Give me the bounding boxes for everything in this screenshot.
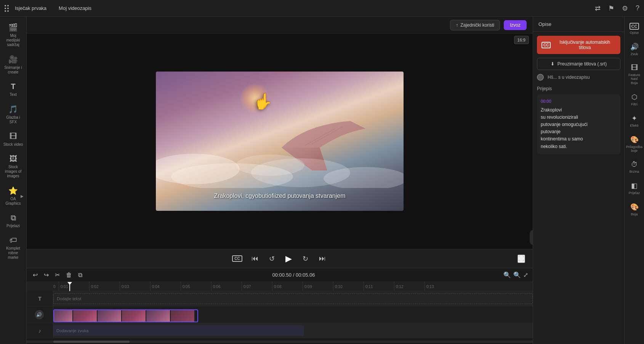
question-icon[interactable]: ? — [636, 4, 639, 12]
far-right-item-feature[interactable]: 🎞 Feature Nasl Boja — [626, 61, 643, 88]
share-network-icon[interactable]: ⇄ — [595, 4, 601, 13]
feature-far-right-icon: 🎞 — [631, 64, 638, 72]
ruler-mark: 0:09 — [303, 282, 333, 291]
add-text-hint: Dodajte tekst — [53, 293, 533, 304]
app-grid-icon[interactable] — [5, 5, 9, 12]
timeline-scrollbar[interactable] — [27, 341, 533, 343]
undo-button[interactable]: ↩ — [31, 270, 39, 280]
center-area: ↑ Zajednički koristi Izvoz 16:9 — [27, 17, 533, 344]
transcript-text: Zrakoplovi su revolucionizirali putovanj… — [541, 107, 617, 150]
playhead — [69, 282, 70, 291]
zoom-out-button[interactable]: 🔍 — [503, 271, 511, 279]
timeline-area: ↩ ↪ ✂ 🗑 ⧉ 00:00.50 / 00:05.06 🔍 🔍 ⤢ — [27, 268, 533, 344]
ruler-mark: 0:13 — [425, 282, 455, 291]
sidebar-item-brand-kit[interactable]: 🏷 Komplet robne marke — [2, 233, 25, 263]
far-right-label-prilagodba: Prilagodba boje — [626, 145, 642, 153]
sidebar-item-music[interactable]: 🎵 Glazba i SFX — [2, 102, 25, 127]
far-right-item-efekti[interactable]: ✦ Efekti — [626, 111, 643, 131]
ruler-mark: 0:02 — [89, 282, 120, 291]
far-right-item-zvuk[interactable]: 🔊 Zvuk — [626, 40, 643, 59]
fullscreen-button[interactable]: ⛶ — [517, 255, 525, 263]
far-right-item-filtri[interactable]: ⬡ Filtri — [626, 90, 643, 110]
embed-toggle[interactable] — [537, 74, 544, 81]
panel-collapse-arrow[interactable]: › — [530, 230, 533, 245]
download-srt-button[interactable]: ⬇ Preuzimanje titlova (.srt) — [537, 58, 620, 70]
far-right-item-boja[interactable]: 🎨 Boja — [626, 200, 643, 220]
far-right-item-brzina[interactable]: ⏱ Brzina — [626, 158, 643, 177]
cut-button[interactable]: ✂ — [53, 270, 61, 280]
graphics-arrow-icon: ▶ — [21, 194, 24, 198]
skip-back-start-button[interactable]: ⏮ — [250, 253, 260, 264]
ruler-mark: 0:10 — [333, 282, 364, 291]
filter-far-right-icon: ⬡ — [631, 93, 638, 101]
audio-track-label: ♪ — [27, 323, 53, 338]
sidebar-item-stock-video[interactable]: 🎞 Stock video — [2, 129, 25, 150]
zoom-in-button[interactable]: 🔍 — [513, 271, 521, 279]
skip-forward-end-button[interactable]: ⏭ — [317, 253, 327, 264]
sidebar-item-text[interactable]: T Text — [2, 79, 25, 100]
sidebar-item-stock-images[interactable]: 🖼 Stock images of images — [2, 151, 25, 182]
audio-track-content[interactable]: Dodavanje zvuka — [53, 323, 533, 338]
sidebar-label-media: Moj medijski sadržaj — [3, 33, 24, 47]
ruler-mark: 0:06 — [211, 282, 242, 291]
text-track-content[interactable]: Dodajte tekst — [53, 291, 533, 306]
sidebar-label-stock-video: Stock video — [3, 142, 23, 147]
record-icon: 🎥 — [8, 55, 18, 64]
transcript-section-title: Prijepis — [537, 86, 620, 91]
graphics-icon: ⭐ — [8, 186, 18, 195]
redo-button[interactable]: ↪ — [42, 270, 50, 280]
video-background — [156, 72, 404, 211]
sound-far-right-icon: 🔊 — [630, 43, 639, 51]
sidebar-label-brand-kit: Komplet robne marke — [3, 246, 24, 260]
embed-toggle-row: Hš... s u videozapisu — [537, 74, 620, 81]
transition-far-right-icon: ◧ — [631, 182, 638, 190]
video-canvas: Zrakoplovi, cgyobutiofiized putovanja st… — [156, 72, 404, 211]
delete-button[interactable]: 🗑 — [64, 270, 74, 280]
effects-far-right-icon: ✦ — [631, 114, 637, 123]
rewind-button[interactable]: ↺ — [268, 253, 276, 264]
ruler-mark: 0:12 — [394, 282, 425, 291]
speed-far-right-icon: ⏱ — [631, 161, 638, 169]
duplicate-button[interactable]: ⧉ — [77, 270, 84, 280]
share-icon: ↑ — [456, 22, 458, 28]
flag-icon[interactable]: ⚑ — [608, 4, 614, 13]
export-button[interactable]: Izvoz — [504, 20, 527, 30]
breadcrumb-part1: Isječak prvaka — [15, 5, 46, 11]
color-far-right-icon: 🎨 — [630, 203, 639, 211]
far-right-label-efekti: Efekti — [630, 124, 639, 128]
right-panel-title: Opise — [538, 21, 551, 27]
left-sidebar: 🎬 Moj medijski sadržaj 🎥 Snimanje i crea… — [0, 17, 27, 344]
sidebar-item-graphics[interactable]: ⭐ OA Graphics ▶ — [2, 183, 25, 209]
svg-point-6 — [236, 154, 304, 176]
video-track-content[interactable] — [53, 306, 533, 323]
far-right-label-opise: Opise — [630, 31, 639, 35]
far-right-label-filtri: Filtri — [631, 102, 638, 107]
video-controls: CC ⏮ ↺ ▶ ↻ ⏭ ⛶ — [27, 249, 533, 268]
stock-video-icon: 🎞 — [10, 132, 17, 141]
time-separator: / — [293, 272, 296, 278]
color-adjust-far-right-icon: 🎨 — [630, 135, 639, 144]
share-button[interactable]: ↑ Zajednički koristi — [450, 20, 500, 30]
fast-forward-button[interactable]: ↻ — [301, 253, 310, 264]
current-time: 00:00.50 — [272, 272, 292, 278]
cc-icon-btn: CC — [541, 42, 551, 48]
timeline-ruler: 0 0:01 0:02 0:03 0:04 0:05 0:06 0:07 0:0… — [27, 282, 533, 291]
far-right-item-prilagodba[interactable]: 🎨 Prilagodba boje — [626, 132, 643, 156]
far-right-label-brzina: Brzina — [630, 170, 639, 174]
video-header: ↑ Zajednički koristi Izvoz — [27, 17, 533, 33]
sidebar-item-transitions[interactable]: ⧉ Prijelazi — [2, 210, 25, 231]
video-track-icon-badge: 🔊 — [35, 310, 44, 319]
cc-button[interactable]: CC — [232, 255, 242, 262]
play-button[interactable]: ▶ — [284, 252, 293, 265]
gear-icon[interactable]: ⚙ — [622, 4, 628, 13]
sidebar-item-media[interactable]: 🎬 Moj medijski sadržaj — [2, 20, 25, 50]
timeline-time-display: 00:00.50 / 00:05.06 — [272, 272, 315, 278]
video-track-label: 🔊 — [27, 306, 53, 323]
fit-zoom-button[interactable]: ⤢ — [523, 271, 528, 279]
far-right-item-prijelaz[interactable]: ◧ Prijelaz — [626, 178, 643, 198]
breadcrumb-part2: Moj videozapis — [59, 5, 91, 11]
sidebar-item-record[interactable]: 🎥 Snimanje i create — [2, 52, 25, 78]
add-audio-hint: Dodavanje zvuka — [53, 325, 304, 336]
auto-caption-button[interactable]: CC Isključivanje automatskih titlova — [537, 36, 620, 54]
far-right-item-opise[interactable]: CC Opise — [626, 20, 643, 38]
